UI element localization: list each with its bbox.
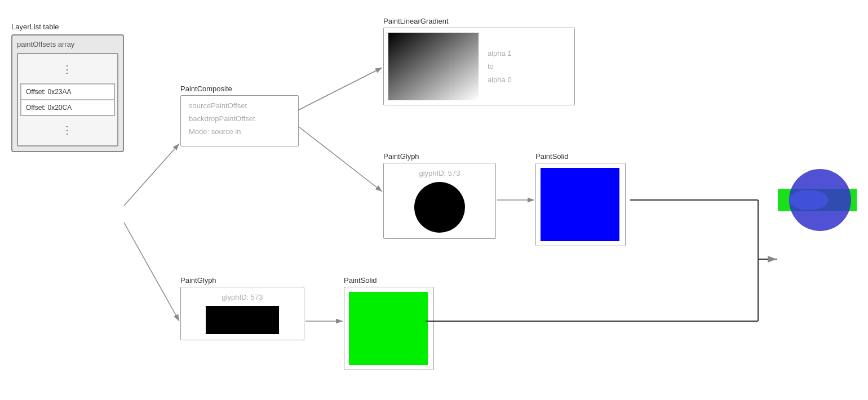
- glyph-circle: [414, 182, 465, 233]
- paint-glyph-top-label: PaintGlyph: [383, 152, 496, 161]
- layer-list-label: LayerList table: [11, 23, 124, 31]
- paint-offsets-label: paintOffsets array: [17, 40, 118, 48]
- offset-rows: Offset: 0x23AA Offset: 0x20CA: [20, 83, 115, 116]
- gradient-text-1: alpha 1: [488, 47, 512, 60]
- solid-preview-blue: [541, 168, 619, 241]
- paint-linear-label: PaintLinearGradient: [383, 17, 575, 25]
- glyph-rect: [206, 306, 279, 334]
- svg-line-7: [299, 127, 382, 192]
- layer-list-outer: paintOffsets array ⋮ Offset: 0x23AA Offs…: [11, 34, 124, 152]
- svg-line-5: [124, 223, 179, 321]
- svg-point-2: [789, 190, 829, 210]
- paint-glyph-top: PaintGlyph glyphID: 573: [383, 152, 496, 239]
- paint-glyph-top-box: glyphID: 573: [383, 163, 496, 239]
- paint-composite: PaintComposite sourcePaintOffset backdro…: [180, 85, 299, 146]
- diagram: LayerList table paintOffsets array ⋮ Off…: [0, 0, 868, 400]
- source-paint-offset: sourcePaintOffset: [189, 101, 290, 110]
- paint-glyph-bottom-label: PaintGlyph: [180, 276, 304, 285]
- paint-composite-label: PaintComposite: [180, 85, 299, 93]
- paint-solid-blue: PaintSolid: [535, 152, 626, 246]
- layer-list-table: LayerList table paintOffsets array ⋮ Off…: [11, 23, 124, 152]
- dots-top: ⋮: [20, 57, 115, 81]
- paint-linear-gradient: PaintLinearGradient alpha 1 to alpha 0: [383, 17, 575, 105]
- mode-field: Mode: source in: [189, 127, 290, 136]
- gradient-text: alpha 1 to alpha 0: [488, 47, 512, 86]
- gradient-text-3: alpha 0: [488, 73, 512, 86]
- dots-bottom: ⋮: [20, 118, 115, 142]
- glyph-id-bottom: glyphID: 573: [187, 293, 298, 301]
- paint-solid-blue-label: PaintSolid: [535, 152, 626, 161]
- gradient-preview: [388, 33, 479, 100]
- paint-solid-green-label: PaintSolid: [344, 276, 434, 285]
- paint-solid-green-box: [344, 287, 434, 370]
- final-preview: [778, 163, 857, 237]
- paint-solid-green: PaintSolid: [344, 276, 434, 370]
- offset-row-2: Offset: 0x20CA: [21, 100, 114, 115]
- svg-line-6: [299, 68, 382, 110]
- offset-row-1: Offset: 0x23AA: [21, 84, 114, 100]
- paint-glyph-bottom: PaintGlyph glyphID: 573: [180, 276, 304, 340]
- solid-preview-green: [349, 292, 428, 365]
- layer-list-inner: ⋮ Offset: 0x23AA Offset: 0x20CA ⋮: [17, 53, 118, 146]
- svg-line-4: [124, 144, 179, 206]
- gradient-text-2: to: [488, 60, 512, 73]
- paint-glyph-bottom-box: glyphID: 573: [180, 287, 304, 340]
- paint-solid-blue-box: [535, 163, 626, 246]
- backdrop-paint-offset: backdropPaintOffset: [189, 114, 290, 123]
- glyph-id-top: glyphID: 573: [389, 169, 490, 177]
- paint-composite-box: sourcePaintOffset backdropPaintOffset Mo…: [180, 95, 299, 146]
- gradient-box: alpha 1 to alpha 0: [383, 28, 575, 105]
